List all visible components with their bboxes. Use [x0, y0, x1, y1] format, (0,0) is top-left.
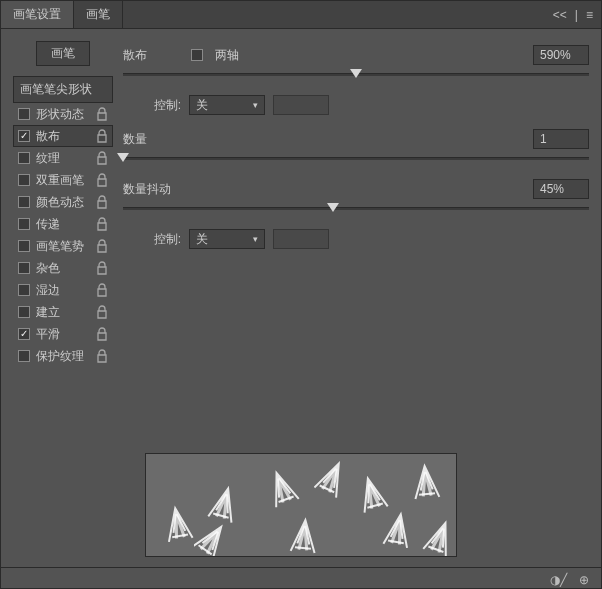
menu-icon[interactable]: ≡	[586, 8, 593, 22]
brush-tip-shape[interactable]: 画笔笔尖形状	[13, 76, 113, 103]
option-label: 建立	[36, 304, 92, 321]
count-jitter-value-input[interactable]: 45%	[533, 179, 589, 199]
option-checkbox[interactable]	[18, 174, 30, 186]
lock-icon[interactable]	[96, 107, 108, 121]
option-label: 散布	[36, 128, 92, 145]
option-label: 形状动态	[36, 106, 92, 123]
option-row-8[interactable]: 湿边	[13, 279, 113, 301]
count-jitter-control-value-input	[273, 229, 329, 249]
count-jitter-value: 45%	[540, 182, 564, 196]
panel-body: 画笔 画笔笔尖形状 形状动态散布纹理双重画笔颜色动态传递画笔笔势杂色湿边建立平滑…	[1, 29, 601, 447]
option-checkbox[interactable]	[18, 328, 30, 340]
count-jitter-control-label: 控制:	[123, 231, 181, 248]
option-checkbox[interactable]	[18, 240, 30, 252]
option-checkbox[interactable]	[18, 284, 30, 296]
lock-icon[interactable]	[96, 239, 108, 253]
count-jitter-label: 数量抖动	[123, 181, 183, 198]
chevron-down-icon: ▾	[253, 234, 258, 244]
brush-tip-shape-label: 画笔笔尖形状	[20, 82, 92, 96]
option-label: 平滑	[36, 326, 92, 343]
option-row-9[interactable]: 建立	[13, 301, 113, 323]
count-jitter-control-dropdown[interactable]: 关 ▾	[189, 229, 265, 249]
option-row-10[interactable]: 平滑	[13, 323, 113, 345]
scatter-value: 590%	[540, 48, 571, 62]
options-column: 画笔 画笔笔尖形状 形状动态散布纹理双重画笔颜色动态传递画笔笔势杂色湿边建立平滑…	[13, 41, 113, 447]
chevron-down-icon: ▾	[253, 100, 258, 110]
option-row-4[interactable]: 颜色动态	[13, 191, 113, 213]
settings-column: 散布 两轴 590% 控制: 关 ▾ 数量 1	[123, 41, 589, 447]
option-row-0[interactable]: 形状动态	[13, 103, 113, 125]
option-row-5[interactable]: 传递	[13, 213, 113, 235]
preview-area	[1, 447, 601, 567]
count-label: 数量	[123, 131, 163, 148]
option-row-3[interactable]: 双重画笔	[13, 169, 113, 191]
option-label: 双重画笔	[36, 172, 92, 189]
count-slider[interactable]	[123, 153, 589, 171]
scatter-slider[interactable]	[123, 69, 589, 87]
brush-preview	[145, 453, 457, 557]
scatter-control-value: 关	[196, 97, 208, 114]
option-label: 湿边	[36, 282, 92, 299]
lock-icon[interactable]	[96, 305, 108, 319]
scatter-control-label: 控制:	[123, 97, 181, 114]
panel-footer: ◑╱ ⊕	[1, 567, 601, 589]
scatter-control-dropdown[interactable]: 关 ▾	[189, 95, 265, 115]
option-checkbox[interactable]	[18, 262, 30, 274]
tab-label: 画笔设置	[13, 6, 61, 23]
count-jitter-control-value: 关	[196, 231, 208, 248]
lock-icon[interactable]	[96, 217, 108, 231]
option-row-1[interactable]: 散布	[13, 125, 113, 147]
option-label: 杂色	[36, 260, 92, 277]
option-label: 颜色动态	[36, 194, 92, 211]
lock-icon[interactable]	[96, 129, 108, 143]
divider-icon: |	[575, 8, 578, 22]
option-label: 纹理	[36, 150, 92, 167]
count-value: 1	[540, 132, 547, 146]
lock-icon[interactable]	[96, 283, 108, 297]
option-label: 保护纹理	[36, 348, 92, 365]
toggle-preview-icon[interactable]: ◑╱	[550, 573, 567, 587]
tab-label: 画笔	[86, 6, 110, 23]
option-label: 传递	[36, 216, 92, 233]
option-row-11[interactable]: 保护纹理	[13, 345, 113, 367]
brush-button-label: 画笔	[51, 46, 75, 60]
option-row-6[interactable]: 画笔笔势	[13, 235, 113, 257]
lock-icon[interactable]	[96, 327, 108, 341]
tab-bar: 画笔设置 画笔 << | ≡	[1, 1, 601, 29]
option-checkbox[interactable]	[18, 218, 30, 230]
count-value-input[interactable]: 1	[533, 129, 589, 149]
option-checkbox[interactable]	[18, 152, 30, 164]
brush-preset-button[interactable]: 画笔	[36, 41, 90, 66]
option-checkbox[interactable]	[18, 306, 30, 318]
option-row-7[interactable]: 杂色	[13, 257, 113, 279]
scatter-control-value-input	[273, 95, 329, 115]
option-checkbox[interactable]	[18, 108, 30, 120]
both-axes-checkbox[interactable]	[191, 49, 203, 61]
lock-icon[interactable]	[96, 349, 108, 363]
tab-brush-settings[interactable]: 画笔设置	[1, 1, 74, 28]
scatter-label: 散布	[123, 47, 163, 64]
lock-icon[interactable]	[96, 173, 108, 187]
option-checkbox[interactable]	[18, 130, 30, 142]
both-axes-label: 两轴	[215, 47, 239, 64]
option-checkbox[interactable]	[18, 350, 30, 362]
tab-brush[interactable]: 画笔	[74, 1, 123, 28]
lock-icon[interactable]	[96, 195, 108, 209]
collapse-icon[interactable]: <<	[553, 8, 567, 22]
option-label: 画笔笔势	[36, 238, 92, 255]
option-checkbox[interactable]	[18, 196, 30, 208]
lock-icon[interactable]	[96, 261, 108, 275]
new-preset-icon[interactable]: ⊕	[579, 573, 589, 587]
scatter-value-input[interactable]: 590%	[533, 45, 589, 65]
option-row-2[interactable]: 纹理	[13, 147, 113, 169]
count-jitter-slider[interactable]	[123, 203, 589, 221]
lock-icon[interactable]	[96, 151, 108, 165]
